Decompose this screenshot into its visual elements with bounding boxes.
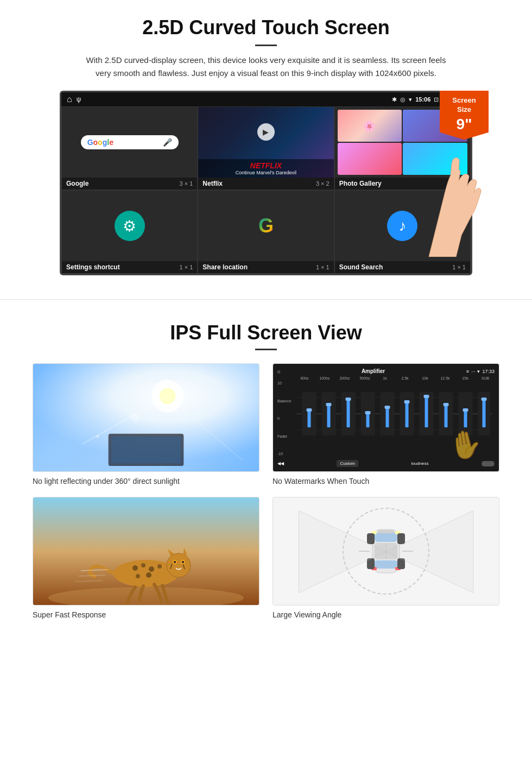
svg-point-47 (141, 563, 145, 567)
freq-2-5k: 2.5k (396, 376, 414, 380)
google-search-bar[interactable]: Google 🎤 (81, 135, 179, 149)
amp-loudness-label: loudness (411, 461, 429, 466)
sound-cell-bg: ♪ (335, 191, 470, 261)
svg-point-51 (146, 572, 151, 578)
svg-rect-14 (308, 411, 311, 427)
feature-sunlight: No light reflecting under 360° direct su… (33, 363, 259, 486)
camera-icon: ⊡ (434, 96, 439, 103)
screen-size-badge: Screen Size 9" (440, 91, 489, 140)
share-label: Share location (202, 263, 248, 271)
amp-fader-label: Fader (277, 434, 293, 438)
svg-rect-29 (406, 403, 409, 427)
music-note-icon: ♪ (398, 217, 406, 235)
netflix-logo: NETFLIX (201, 161, 330, 170)
amp-icons: ≡ ··· ▾ 17:33 (466, 369, 495, 374)
netflix-subtitle: Continue Marvel's Daredevil (201, 170, 330, 175)
car-image (273, 497, 499, 605)
sunlight-image (33, 363, 259, 472)
netflix-overlay: NETFLIX Continue Marvel's Daredevil (198, 159, 333, 178)
photo-size: 2 × 2 (452, 180, 466, 187)
settings-size: 1 × 1 (180, 264, 193, 270)
amp-custom-button[interactable]: Custom (337, 460, 358, 467)
feature-cheetah: Super Fast Response (33, 497, 259, 620)
screen-size-value: 9" (447, 115, 481, 134)
amp-time: 17:33 (482, 369, 495, 374)
freq-200hz: 200hz (335, 376, 354, 380)
svg-rect-36 (444, 403, 449, 406)
photo-label: Photo Gallery (339, 180, 382, 187)
feature-grid: No light reflecting under 360° direct su… (33, 363, 499, 620)
cheetah-image (33, 497, 259, 605)
svg-rect-15 (307, 408, 312, 412)
share-cell-bg: G (198, 191, 333, 261)
svg-rect-32 (425, 398, 428, 427)
amp-title: Amplifier (362, 368, 385, 374)
svg-rect-39 (463, 408, 468, 412)
svg-rect-33 (424, 395, 429, 398)
svg-point-50 (136, 574, 140, 578)
section1-title: 2.5D Curved Touch Screen (33, 16, 499, 39)
svg-point-7 (96, 435, 99, 438)
settings-icon-circle: ⚙ (115, 211, 145, 241)
amp-menu-icon: ≡ (466, 369, 469, 374)
google-cell[interactable]: Google 🎤 Google 3 × 1 (61, 106, 198, 190)
sound-search-cell[interactable]: ♪ Sound Search 1 × 1 (334, 190, 471, 274)
sound-size: 1 × 1 (452, 264, 466, 270)
google-logo: Google (87, 138, 113, 147)
freq-10k: 10k (416, 376, 434, 380)
svg-point-6 (111, 426, 117, 431)
section2-divider (255, 349, 277, 350)
app-grid: Google 🎤 Google 3 × 1 ▶ (61, 106, 471, 274)
section-curved-touch: 2.5D Curved Touch Screen With 2.5D curve… (0, 0, 532, 288)
svg-point-46 (132, 565, 138, 571)
svg-rect-27 (385, 406, 390, 409)
netflix-bg: ▶ NETFLIX Continue Marvel's Daredevil (198, 107, 333, 178)
google-cell-bg: Google 🎤 (62, 107, 197, 178)
settings-cell-bg: ⚙ (62, 191, 197, 261)
photo-label-row: Photo Gallery 2 × 2 (335, 178, 470, 190)
status-time: 15:06 (415, 96, 430, 103)
amp-dots-icon: ··· (471, 369, 476, 374)
svg-point-5 (131, 413, 140, 422)
device-wrapper: Screen Size 9" ⌂ ψ ✱ ◎ ▾ 15:06 ⊡ ◁) ⊠ (60, 91, 472, 275)
svg-point-48 (149, 566, 154, 572)
settings-cell[interactable]: ⚙ Settings shortcut 1 × 1 (61, 190, 198, 274)
sound-label: Sound Search (339, 263, 383, 271)
svg-rect-21 (346, 398, 351, 401)
amp-freq-labels: 60hz 100hz 200hz 500hz 1k 2.5k 10k 12.5k… (277, 376, 495, 380)
section2-title: IPS Full Screen View (33, 321, 499, 344)
home-icon: ⌂ (67, 94, 72, 104)
google-label: Google (66, 180, 88, 187)
svg-rect-42 (482, 398, 487, 401)
section1-divider (255, 45, 277, 46)
amp-y-axis: 10 Balance 0 Fader -10 (277, 381, 293, 456)
netflix-size: 3 × 2 (316, 180, 330, 187)
freq-60hz: 60hz (295, 376, 314, 380)
netflix-cell[interactable]: ▶ NETFLIX Continue Marvel's Daredevil Ne… (198, 106, 334, 190)
sound-label-row: Sound Search 1 × 1 (335, 261, 470, 273)
amp-y-10: 10 (277, 381, 293, 385)
settings-label: Settings shortcut (66, 263, 120, 271)
amplifier-label: No Watermarks When Touch (273, 477, 369, 485)
amp-y-0: 0 (277, 417, 293, 420)
svg-rect-35 (445, 406, 448, 427)
freq-12-5k: 12.5k (436, 376, 454, 380)
microphone-icon: 🎤 (163, 138, 172, 147)
status-bar-left: ⌂ ψ (67, 94, 81, 104)
svg-rect-20 (347, 400, 350, 427)
amp-wifi-icon: ▾ (477, 369, 480, 374)
photo-thumb-4 (403, 143, 467, 175)
svg-rect-41 (483, 400, 486, 427)
svg-rect-26 (386, 408, 389, 427)
google-size: 3 × 1 (180, 180, 193, 187)
svg-rect-18 (326, 403, 332, 406)
freq-sub: SUB (476, 376, 495, 380)
svg-rect-17 (327, 406, 331, 427)
viewing-angle-svg (273, 497, 499, 605)
netflix-play-button[interactable]: ▶ (257, 123, 275, 141)
share-location-cell[interactable]: G Share location 1 × 1 (198, 190, 334, 274)
netflix-label-row: Netflix 3 × 2 (198, 178, 333, 190)
amp-loudness-toggle[interactable] (482, 461, 495, 466)
freq-100hz: 100hz (315, 376, 334, 380)
screen-size-label: Screen Size (452, 96, 476, 113)
